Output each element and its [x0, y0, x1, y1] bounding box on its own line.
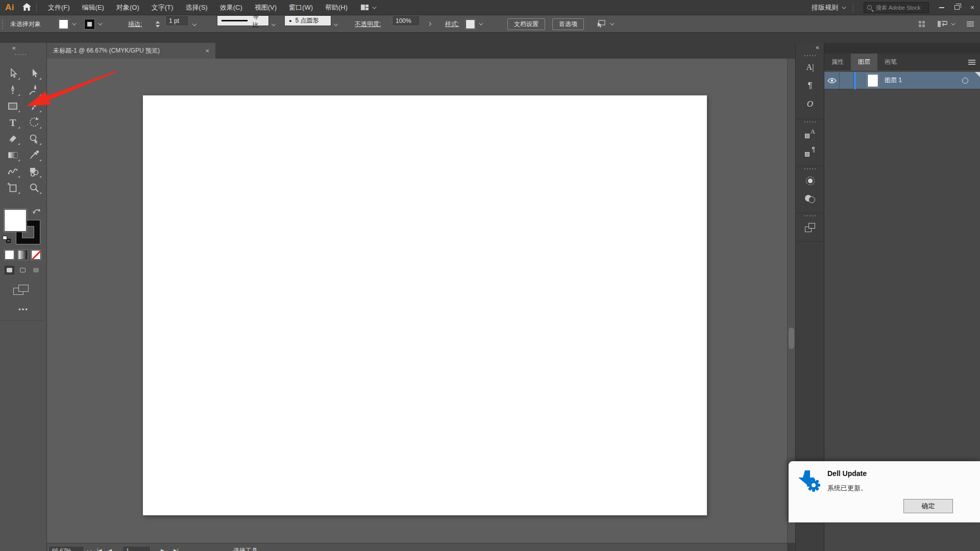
draw-behind-button[interactable]	[18, 266, 28, 274]
drag-handle[interactable]	[796, 166, 824, 171]
drag-handle[interactable]	[796, 53, 824, 58]
curvature-tool[interactable]	[25, 82, 43, 98]
stroke-color-swatch[interactable]	[85, 15, 101, 33]
step-up-icon[interactable]	[156, 21, 160, 23]
stock-search[interactable]	[864, 2, 929, 13]
menu-view[interactable]: 视图(V)	[249, 0, 283, 15]
zoom-tool[interactable]	[25, 180, 43, 196]
menu-object[interactable]: 对象(O)	[110, 0, 145, 15]
expand-panels-icon[interactable]: «	[816, 44, 820, 51]
isolate-selection-dropdown[interactable]	[596, 15, 613, 33]
next-artboard-button[interactable]: ▶	[161, 546, 164, 551]
close-tab-icon[interactable]: ×	[205, 47, 209, 55]
menu-file[interactable]: 文件(F)	[42, 0, 76, 15]
paragraph-styles-panel-icon[interactable]: ¶	[796, 143, 824, 161]
transform-panel-icon[interactable]	[796, 218, 824, 237]
default-fill-stroke-icon[interactable]	[3, 236, 11, 243]
zoom-dropdown[interactable]	[88, 546, 91, 551]
selection-tool[interactable]	[4, 65, 22, 82]
canvas[interactable]	[47, 59, 787, 543]
minimize-button[interactable]	[934, 0, 949, 15]
document-tab[interactable]: 未标题-1 @ 66.67% (CMYK/GPU 预览) ×	[47, 43, 215, 59]
panel-menu-button[interactable]	[968, 54, 980, 70]
menu-help[interactable]: 帮助(H)	[319, 0, 354, 15]
menu-window[interactable]: 窗口(W)	[283, 0, 319, 15]
layer-thumbnail[interactable]	[867, 74, 878, 87]
style-swatch[interactable]	[465, 15, 482, 33]
menu-edit[interactable]: 编辑(E)	[76, 0, 110, 15]
tab-layers[interactable]: 图层	[851, 54, 877, 70]
menu-select[interactable]: 选择(S)	[179, 0, 213, 15]
shape-builder-tool[interactable]	[25, 163, 43, 180]
touch-workspace-icon[interactable]	[919, 15, 925, 33]
character-panel-icon[interactable]: A|	[796, 58, 824, 77]
artboard[interactable]	[143, 95, 707, 515]
layer-name[interactable]: 图层 1	[885, 76, 902, 85]
gradient-tool[interactable]	[4, 147, 22, 163]
color-mode-button[interactable]	[5, 250, 14, 260]
zoom-level-field[interactable]: 66.67%	[48, 546, 84, 551]
fill-color-box[interactable]	[4, 209, 27, 232]
rectangle-tool[interactable]	[4, 98, 22, 114]
workspace-switcher-icon[interactable]	[361, 5, 369, 10]
draw-normal-button[interactable]	[5, 266, 14, 274]
swap-fill-stroke-icon[interactable]	[32, 207, 42, 215]
eraser-tool[interactable]	[4, 131, 22, 147]
paragraph-panel-icon[interactable]: ¶	[796, 77, 824, 95]
previous-artboard-button[interactable]: ◀	[108, 546, 112, 551]
type-tool[interactable]: T	[4, 114, 22, 131]
drag-handle[interactable]	[796, 119, 824, 124]
pen-tool[interactable]	[4, 82, 22, 98]
artboard-number-field[interactable]: 1	[122, 546, 151, 551]
drag-handle[interactable]	[796, 213, 824, 218]
close-button[interactable]: ×	[965, 0, 980, 15]
draw-inside-button[interactable]	[31, 266, 41, 274]
opentype-panel-icon[interactable]: O	[796, 95, 824, 113]
fill-color-swatch[interactable]	[59, 15, 75, 33]
step-down-icon[interactable]	[156, 25, 160, 28]
opacity-field[interactable]: 100%	[392, 15, 420, 26]
control-panel-menu[interactable]	[967, 15, 974, 33]
opacity-expand-button[interactable]	[428, 15, 431, 33]
stroke-profile-dropdown[interactable]: 等比	[217, 15, 269, 26]
last-artboard-button[interactable]: ▶|	[174, 546, 178, 551]
typography-rules-dropdown[interactable]: 排版规则	[808, 3, 848, 12]
character-styles-panel-icon[interactable]: A	[796, 124, 824, 143]
dock-control-dropdown[interactable]	[937, 15, 954, 33]
layer-visibility-toggle[interactable]	[824, 72, 840, 89]
direct-selection-tool[interactable]	[25, 65, 43, 82]
free-transform-tool[interactable]	[25, 131, 43, 147]
layer-row[interactable]: 图层 1	[824, 72, 980, 89]
drag-handle[interactable]	[15, 54, 26, 55]
chevron-down-icon[interactable]	[372, 5, 376, 9]
stroke-weight-dropdown[interactable]	[193, 15, 196, 33]
preferences-button[interactable]: 首选项	[552, 18, 584, 30]
document-setup-button[interactable]: 文档设置	[507, 18, 545, 30]
brush-dropdown[interactable]: ● 5 点圆形	[284, 15, 331, 26]
home-icon[interactable]	[22, 3, 31, 12]
layer-target-icon[interactable]	[962, 78, 968, 84]
blend-tool[interactable]	[4, 163, 22, 180]
tab-properties[interactable]: 属性	[824, 54, 851, 70]
menu-type[interactable]: 文字(T)	[145, 0, 180, 15]
layer-lock-toggle[interactable]	[840, 72, 854, 89]
none-mode-button[interactable]	[31, 250, 41, 260]
brush-chevron[interactable]	[334, 15, 337, 33]
gradient-mode-button[interactable]	[18, 250, 28, 260]
menu-effect[interactable]: 效果(C)	[214, 0, 249, 15]
rotate-tool[interactable]	[25, 114, 43, 131]
artboard-tool[interactable]	[4, 180, 22, 196]
restore-button[interactable]	[949, 0, 965, 15]
style-link[interactable]: 样式:	[445, 15, 459, 33]
appearance-panel-icon[interactable]	[796, 171, 824, 190]
stroke-weight-field[interactable]: 1 pt	[165, 15, 189, 26]
collapse-panel-icon[interactable]: «	[12, 44, 16, 52]
scrollbar-thumb[interactable]	[789, 328, 794, 349]
transparency-panel-icon[interactable]	[796, 190, 824, 208]
tab-brushes[interactable]: 画笔	[877, 54, 904, 70]
ok-button[interactable]: 确定	[903, 499, 953, 513]
edit-toolbar-button[interactable]: •••	[0, 306, 47, 313]
paintbrush-tool[interactable]	[25, 98, 43, 114]
stroke-link[interactable]: 描边:	[128, 15, 142, 33]
search-input[interactable]	[876, 5, 927, 11]
